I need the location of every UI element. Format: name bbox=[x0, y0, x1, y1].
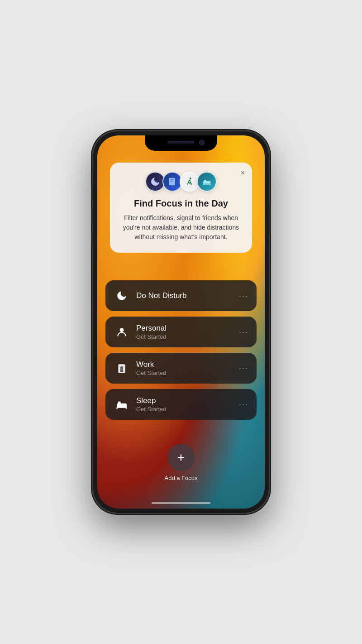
add-focus-section[interactable]: + Add a Focus bbox=[165, 444, 198, 481]
notch bbox=[145, 135, 217, 151]
focus-item-do-not-disturb[interactable]: Do Not Disturb ··· bbox=[105, 280, 257, 311]
sleep-subtitle: Get Started bbox=[136, 406, 233, 413]
focus-item-personal[interactable]: Personal Get Started ··· bbox=[105, 317, 257, 347]
sleep-title: Sleep bbox=[136, 396, 233, 405]
work-icon bbox=[114, 360, 130, 376]
svg-rect-15 bbox=[118, 402, 121, 405]
focus-list: Do Not Disturb ··· Personal Get Started … bbox=[105, 280, 257, 420]
home-indicator[interactable] bbox=[152, 502, 210, 504]
sleep-focus-icon bbox=[197, 172, 217, 192]
svg-rect-1 bbox=[170, 179, 173, 180]
add-focus-icon: + bbox=[177, 450, 185, 465]
svg-rect-0 bbox=[169, 178, 175, 186]
sleep-text: Sleep Get Started bbox=[136, 396, 233, 413]
personal-icon bbox=[114, 324, 130, 340]
svg-rect-14 bbox=[117, 406, 127, 408]
sleep-more[interactable]: ··· bbox=[239, 400, 248, 409]
svg-rect-7 bbox=[203, 184, 204, 186]
svg-point-9 bbox=[120, 328, 124, 332]
tooltip-title: Find Focus in the Day bbox=[120, 198, 242, 209]
close-button[interactable]: × bbox=[241, 169, 245, 177]
svg-rect-12 bbox=[120, 369, 124, 372]
svg-point-3 bbox=[190, 178, 191, 179]
phone-frame: × bbox=[93, 131, 269, 513]
work-title: Work bbox=[136, 360, 233, 369]
work-subtitle: Get Started bbox=[136, 370, 233, 376]
do-not-disturb-title: Do Not Disturb bbox=[136, 291, 233, 300]
tooltip-card: × bbox=[110, 163, 252, 253]
do-not-disturb-more[interactable]: ··· bbox=[239, 291, 248, 301]
do-not-disturb-text: Do Not Disturb bbox=[136, 291, 233, 300]
notch-speaker bbox=[167, 141, 195, 144]
svg-rect-6 bbox=[204, 180, 206, 182]
personal-title: Personal bbox=[136, 324, 233, 333]
do-not-disturb-icon bbox=[114, 288, 130, 304]
tooltip-description: Filter notifications, signal to friends … bbox=[120, 213, 242, 242]
notch-camera bbox=[199, 140, 205, 145]
svg-point-11 bbox=[120, 366, 124, 370]
focus-item-work[interactable]: Work Get Started ··· bbox=[105, 353, 257, 384]
svg-rect-2 bbox=[170, 181, 173, 181]
work-more[interactable]: ··· bbox=[239, 364, 248, 373]
svg-rect-5 bbox=[203, 183, 211, 185]
sleep-icon bbox=[114, 396, 130, 413]
phone-screen: × bbox=[97, 135, 265, 509]
personal-subtitle: Get Started bbox=[136, 333, 233, 340]
focus-icon-row bbox=[120, 172, 242, 192]
svg-rect-8 bbox=[210, 184, 211, 186]
svg-rect-17 bbox=[126, 408, 127, 409]
focus-item-sleep[interactable]: Sleep Get Started ··· bbox=[105, 389, 257, 420]
work-text: Work Get Started bbox=[136, 360, 233, 376]
personal-text: Personal Get Started bbox=[136, 324, 233, 340]
personal-more[interactable]: ··· bbox=[239, 327, 248, 337]
add-focus-button[interactable]: + bbox=[167, 444, 195, 471]
svg-rect-16 bbox=[116, 408, 118, 409]
add-focus-label: Add a Focus bbox=[165, 475, 198, 481]
